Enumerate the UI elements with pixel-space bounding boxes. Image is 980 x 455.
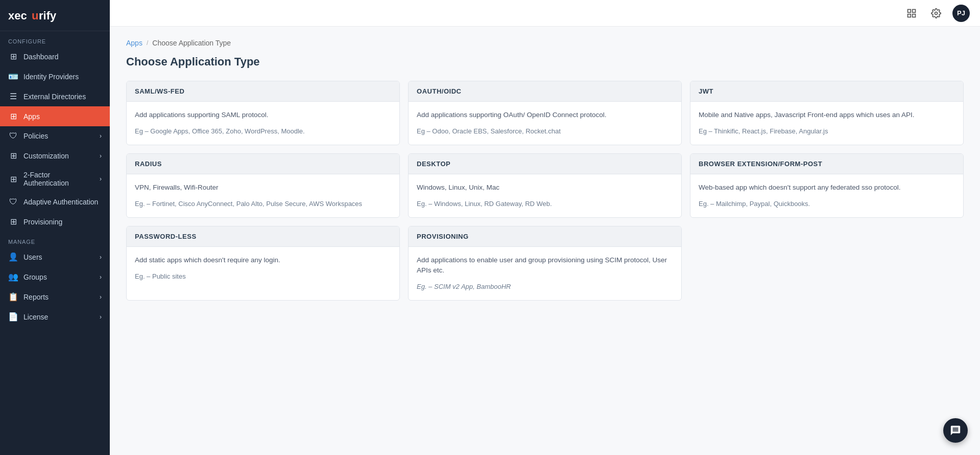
breadcrumb: Apps / Choose Application Type bbox=[126, 39, 964, 47]
card-saml-desc: Add applications supporting SAML protoco… bbox=[135, 110, 391, 120]
card-desktop-examples: Eg. – Windows, Linux, RD Gateway, RD Web… bbox=[417, 199, 673, 209]
sidebar-item-groups[interactable]: 👥 Groups › bbox=[0, 267, 110, 287]
reports-icon: 📋 bbox=[8, 292, 18, 302]
sidebar-item-license[interactable]: 📄 License › bbox=[0, 307, 110, 327]
card-jwt-body: Mobile and Native apps, Javascript Front… bbox=[690, 102, 963, 145]
sidebar-item-label: 2-Factor Authentication bbox=[23, 171, 94, 187]
card-password-less-desc: Add static apps which doesn't require an… bbox=[135, 255, 391, 265]
sidebar-item-provisioning[interactable]: ⊞ Provisioning bbox=[0, 212, 110, 232]
card-browser-extension-body: Web-based app which doesn't support any … bbox=[690, 174, 963, 217]
sidebar-item-label: Customization bbox=[23, 152, 69, 160]
sidebar-item-label: License bbox=[23, 313, 48, 321]
card-provisioning-examples: Eg. – SCIM v2 App, BambooHR bbox=[417, 282, 673, 292]
sidebar-item-reports[interactable]: 📋 Reports › bbox=[0, 287, 110, 307]
svg-rect-4 bbox=[908, 9, 911, 12]
page-title: Choose Application Type bbox=[126, 55, 964, 69]
card-radius-title: RADIUS bbox=[127, 154, 399, 174]
customization-icon: ⊞ bbox=[8, 151, 18, 161]
sidebar-item-label: Provisioning bbox=[23, 218, 62, 226]
sidebar: xec u rify Configure ⊞ Dashboard 🪪 Ident… bbox=[0, 0, 110, 455]
svg-rect-5 bbox=[913, 9, 916, 12]
configure-section-label: Configure bbox=[0, 31, 110, 47]
card-browser-extension[interactable]: BROWSER EXTENSION/FORM-POST Web-based ap… bbox=[690, 153, 964, 218]
svg-text:rify: rify bbox=[39, 9, 57, 22]
dashboard-icon: ⊞ bbox=[8, 52, 18, 61]
chevron-icon: › bbox=[100, 274, 102, 281]
sidebar-item-label: Users bbox=[23, 253, 42, 261]
sidebar-item-label: Apps bbox=[23, 112, 40, 121]
sidebar-item-external-directories[interactable]: ☰ External Directories bbox=[0, 86, 110, 106]
chat-bubble-button[interactable] bbox=[943, 418, 968, 443]
chevron-icon: › bbox=[100, 313, 102, 321]
sidebar-item-identity-providers[interactable]: 🪪 Identity Providers bbox=[0, 66, 110, 86]
card-password-less-examples: Eg. – Public sites bbox=[135, 271, 391, 282]
sidebar-item-customization[interactable]: ⊞ Customization › bbox=[0, 146, 110, 166]
sidebar-item-label: Reports bbox=[23, 293, 49, 301]
card-saml-examples: Eg – Google Apps, Office 365, Zoho, Word… bbox=[135, 126, 391, 136]
card-desktop-desc: Windows, Linux, Unix, Mac bbox=[417, 183, 673, 193]
2fa-icon: ⊞ bbox=[8, 174, 18, 184]
card-provisioning-title: PROVISIONING bbox=[409, 226, 681, 247]
card-desktop-title: DESKTOP bbox=[409, 154, 681, 174]
card-saml-body: Add applications supporting SAML protoco… bbox=[127, 102, 399, 145]
identity-providers-icon: 🪪 bbox=[8, 72, 18, 81]
sidebar-item-label: Identity Providers bbox=[23, 73, 79, 81]
avatar[interactable]: PJ bbox=[952, 5, 970, 22]
sidebar-item-label: Groups bbox=[23, 273, 47, 281]
content-area: Apps / Choose Application Type Choose Ap… bbox=[110, 27, 980, 455]
manage-section-label: Manage bbox=[0, 232, 110, 247]
sidebar-item-2fa[interactable]: ⊞ 2-Factor Authentication › bbox=[0, 166, 110, 192]
apps-icon: ⊞ bbox=[8, 111, 18, 121]
card-jwt-title: JWT bbox=[690, 81, 963, 102]
card-provisioning-desc: Add applications to enable user and grou… bbox=[417, 255, 673, 276]
settings-icon[interactable] bbox=[928, 5, 944, 21]
card-provisioning-body: Add applications to enable user and grou… bbox=[409, 247, 681, 300]
chevron-icon: › bbox=[100, 254, 102, 261]
card-jwt-examples: Eg – Thinkific, React.js, Firebase, Angu… bbox=[699, 126, 955, 136]
card-oauth-title: OAUTH/OIDC bbox=[409, 81, 681, 102]
card-desktop[interactable]: DESKTOP Windows, Linux, Unix, Mac Eg. – … bbox=[408, 153, 682, 218]
card-jwt-desc: Mobile and Native apps, Javascript Front… bbox=[699, 110, 955, 120]
external-directories-icon: ☰ bbox=[8, 92, 18, 101]
svg-rect-6 bbox=[908, 14, 911, 17]
svg-text:xec: xec bbox=[8, 9, 27, 22]
card-radius-body: VPN, Firewalls, Wifi-Router Eg. – Fortin… bbox=[127, 174, 399, 217]
breadcrumb-current: Choose Application Type bbox=[152, 39, 231, 47]
card-browser-extension-examples: Eg. – Mailchimp, Paypal, Quickbooks. bbox=[699, 199, 955, 209]
adaptive-auth-icon: 🛡 bbox=[8, 197, 18, 207]
sidebar-item-label: Dashboard bbox=[23, 53, 59, 61]
sidebar-item-label: External Directories bbox=[23, 93, 86, 101]
card-jwt[interactable]: JWT Mobile and Native apps, Javascript F… bbox=[690, 81, 964, 145]
card-oauth[interactable]: OAUTH/OIDC Add applications supporting O… bbox=[408, 81, 682, 145]
card-password-less-title: PASSWORD-LESS bbox=[127, 226, 399, 247]
svg-rect-7 bbox=[913, 14, 916, 17]
card-desktop-body: Windows, Linux, Unix, Mac Eg. – Windows,… bbox=[409, 174, 681, 217]
chevron-icon: › bbox=[100, 152, 102, 160]
svg-text:u: u bbox=[32, 9, 38, 22]
sidebar-item-label: Policies bbox=[23, 132, 48, 140]
chevron-icon: › bbox=[100, 132, 102, 140]
sidebar-item-users[interactable]: 👤 Users › bbox=[0, 247, 110, 267]
license-icon: 📄 bbox=[8, 312, 18, 322]
card-saml-title: SAML/WS-FED bbox=[127, 81, 399, 102]
card-saml[interactable]: SAML/WS-FED Add applications supporting … bbox=[126, 81, 400, 145]
expand-icon[interactable] bbox=[903, 5, 920, 21]
card-radius[interactable]: RADIUS VPN, Firewalls, Wifi-Router Eg. –… bbox=[126, 153, 400, 218]
sidebar-item-policies[interactable]: 🛡 Policies › bbox=[0, 126, 110, 146]
card-oauth-examples: Eg – Odoo, Oracle EBS, Salesforce, Rocke… bbox=[417, 126, 673, 136]
card-password-less-body: Add static apps which doesn't require an… bbox=[127, 247, 399, 290]
policies-icon: 🛡 bbox=[8, 131, 18, 141]
sidebar-item-apps[interactable]: ⊞ Apps bbox=[0, 106, 110, 126]
cards-grid: SAML/WS-FED Add applications supporting … bbox=[126, 81, 964, 301]
breadcrumb-parent-link[interactable]: Apps bbox=[126, 39, 142, 47]
provisioning-icon: ⊞ bbox=[8, 217, 18, 226]
card-password-less[interactable]: PASSWORD-LESS Add static apps which does… bbox=[126, 226, 400, 301]
groups-icon: 👥 bbox=[8, 272, 18, 282]
chevron-icon: › bbox=[100, 175, 102, 183]
logo: xec u rify bbox=[0, 0, 110, 31]
sidebar-item-adaptive-auth[interactable]: 🛡 Adaptive Authentication bbox=[0, 192, 110, 212]
sidebar-item-label: Adaptive Authentication bbox=[23, 198, 98, 206]
card-radius-examples: Eg. – Fortinet, Cisco AnyConnect, Palo A… bbox=[135, 199, 391, 209]
sidebar-item-dashboard[interactable]: ⊞ Dashboard bbox=[0, 47, 110, 66]
card-provisioning[interactable]: PROVISIONING Add applications to enable … bbox=[408, 226, 682, 301]
